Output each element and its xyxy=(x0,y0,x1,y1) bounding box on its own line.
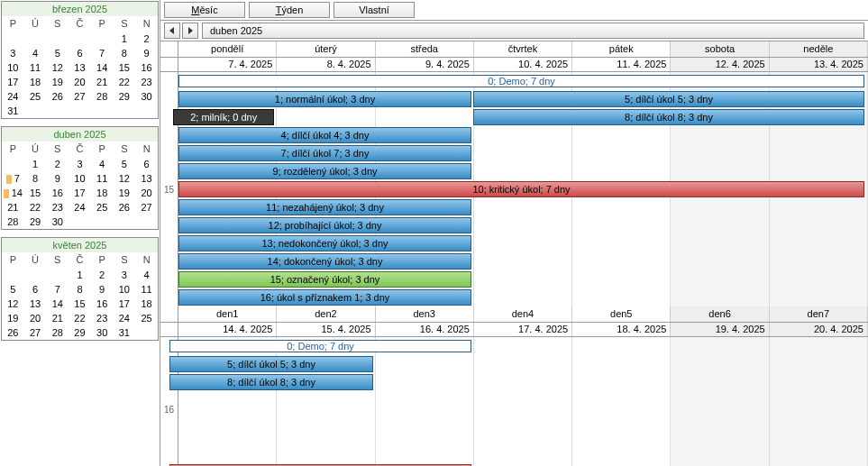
calendar-day[interactable]: 4 xyxy=(91,157,114,171)
task-bar[interactable]: 0; Demo; 7 dny xyxy=(178,75,864,87)
calendar-day[interactable]: 11 xyxy=(135,282,158,297)
calendar-day[interactable]: 6 xyxy=(135,157,158,171)
task-bar[interactable]: 5; dílčí úkol 5; 3 dny xyxy=(473,91,864,107)
calendar-day[interactable] xyxy=(69,215,91,229)
calendar-day[interactable]: 30 xyxy=(135,89,158,104)
calendar-day[interactable] xyxy=(46,268,69,282)
calendar-day[interactable]: 2 xyxy=(46,157,69,171)
task-bar[interactable]: 13; nedokončený úkol; 3 dny xyxy=(178,235,471,251)
calendar-day[interactable]: 10 xyxy=(2,60,24,75)
calendar-day[interactable]: 18 xyxy=(135,297,158,311)
calendar-day[interactable]: 20 xyxy=(24,311,47,325)
calendar-day[interactable]: 27 xyxy=(24,325,47,340)
calendar-day[interactable] xyxy=(135,325,158,340)
calendar-day[interactable]: 23 xyxy=(135,75,158,89)
calendar-day[interactable]: 9 xyxy=(46,171,69,186)
task-bar[interactable]: 16; úkol s příznakem 1; 3 dny xyxy=(178,289,471,306)
task-bar[interactable]: 2; milník; 0 dny xyxy=(173,109,274,125)
calendar-day[interactable]: 8 xyxy=(114,46,136,60)
calendar-day[interactable]: 21 xyxy=(91,75,114,89)
calendar-day[interactable]: 3 xyxy=(2,46,24,60)
task-bar[interactable]: 5; dílčí úkol 5; 3 dny xyxy=(169,356,373,372)
calendar-day[interactable]: 22 xyxy=(69,311,91,325)
calendar-day[interactable] xyxy=(24,32,47,46)
calendar-day[interactable]: 28 xyxy=(2,215,24,229)
calendar-day[interactable]: 15 xyxy=(114,60,136,75)
calendar-day[interactable]: 16 xyxy=(46,186,69,200)
calendar-day[interactable]: 5 xyxy=(2,282,24,297)
calendar-day[interactable]: 8 xyxy=(69,282,91,297)
task-bar[interactable]: 10; kritický úkol; 7 dny xyxy=(178,181,864,197)
task-bar[interactable]: 12; probíhající úkol; 3 dny xyxy=(178,217,471,233)
calendar-day[interactable] xyxy=(46,32,69,46)
task-bar[interactable]: 7; dílčí úkol 7; 3 dny xyxy=(178,145,471,161)
calendar-day[interactable]: 25 xyxy=(135,311,158,325)
prev-button[interactable] xyxy=(164,23,180,39)
calendar-day[interactable]: 29 xyxy=(69,325,91,340)
calendar-day[interactable]: 20 xyxy=(69,75,91,89)
calendar-day[interactable]: 12 xyxy=(2,297,24,311)
calendar-day[interactable]: 10 xyxy=(69,171,91,186)
calendar-day[interactable]: 9 xyxy=(135,46,158,60)
calendar-day[interactable]: 2 xyxy=(91,268,114,282)
calendar-day[interactable]: 12 xyxy=(114,171,136,186)
calendar-day[interactable]: 31 xyxy=(2,104,24,118)
task-bar[interactable]: 4; dílčí úkol 4; 3 dny xyxy=(178,127,471,143)
calendar-day[interactable] xyxy=(69,104,91,118)
calendar-day[interactable] xyxy=(114,215,136,229)
calendar-day[interactable]: 11 xyxy=(24,60,47,75)
calendar-day[interactable]: 17 xyxy=(114,297,136,311)
calendar-day[interactable]: 28 xyxy=(91,89,114,104)
calendar-day[interactable]: 3 xyxy=(69,157,91,171)
calendar-day[interactable] xyxy=(69,32,91,46)
calendar-day[interactable]: 26 xyxy=(114,200,136,215)
calendar-day[interactable]: 22 xyxy=(24,200,47,215)
calendar-day[interactable]: 6 xyxy=(69,46,91,60)
calendar-day[interactable]: 17 xyxy=(69,186,91,200)
calendar-day[interactable]: 25 xyxy=(91,200,114,215)
calendar-day[interactable]: 19 xyxy=(114,186,136,200)
calendar-day[interactable]: 13 xyxy=(69,60,91,75)
calendar-day[interactable]: 15 xyxy=(24,186,47,200)
calendar-day[interactable]: 19 xyxy=(2,311,24,325)
calendar-day[interactable]: 27 xyxy=(69,89,91,104)
calendar-day[interactable]: 4 xyxy=(24,46,47,60)
calendar-day[interactable]: 28 xyxy=(46,325,69,340)
calendar-day[interactable]: 26 xyxy=(46,89,69,104)
calendar-day[interactable]: 16 xyxy=(91,297,114,311)
task-bar[interactable]: 11; nezahájený úkol; 3 dny xyxy=(178,199,471,215)
calendar-day[interactable]: 5 xyxy=(114,157,136,171)
calendar-day[interactable]: 13 xyxy=(24,297,47,311)
calendar-day[interactable]: 31 xyxy=(114,325,136,340)
task-bar[interactable]: 8; dílčí úkol 8; 3 dny xyxy=(169,374,373,390)
task-bar[interactable]: 15; označený úkol; 3 dny xyxy=(178,271,471,288)
calendar-day[interactable]: 22 xyxy=(114,75,136,89)
calendar-day[interactable]: 23 xyxy=(46,200,69,215)
calendar-day[interactable] xyxy=(91,32,114,46)
next-button[interactable] xyxy=(182,23,198,39)
calendar-day[interactable]: 12 xyxy=(46,60,69,75)
calendar-day[interactable]: 30 xyxy=(91,325,114,340)
mini-calendar[interactable]: duben 2025PÚSČPSN12345678910111213141516… xyxy=(1,126,159,230)
calendar-day[interactable] xyxy=(135,215,158,229)
calendar-day[interactable] xyxy=(24,268,47,282)
calendar-day[interactable]: 9 xyxy=(91,282,114,297)
calendar-day[interactable] xyxy=(91,104,114,118)
calendar-day[interactable]: 7 xyxy=(2,171,24,186)
calendar-day[interactable]: 26 xyxy=(2,325,24,340)
calendar-day[interactable]: 24 xyxy=(69,200,91,215)
task-bar[interactable]: 9; rozdělený úkol; 3 dny xyxy=(178,163,471,179)
calendar-day[interactable] xyxy=(2,268,24,282)
calendar-day[interactable]: 25 xyxy=(24,89,47,104)
mini-calendar[interactable]: březen 2025PÚSČPSN1234567891011121314151… xyxy=(1,1,159,119)
calendar-day[interactable]: 14 xyxy=(46,297,69,311)
calendar-day[interactable]: 4 xyxy=(135,268,158,282)
calendar-day[interactable] xyxy=(2,32,24,46)
calendar-day[interactable]: 19 xyxy=(46,75,69,89)
calendar-day[interactable]: 1 xyxy=(69,268,91,282)
calendar-day[interactable]: 1 xyxy=(24,157,47,171)
week-button[interactable]: Týden xyxy=(249,2,330,18)
calendar-day[interactable]: 10 xyxy=(114,282,136,297)
calendar-day[interactable]: 14 xyxy=(91,60,114,75)
calendar-day[interactable]: 16 xyxy=(135,60,158,75)
